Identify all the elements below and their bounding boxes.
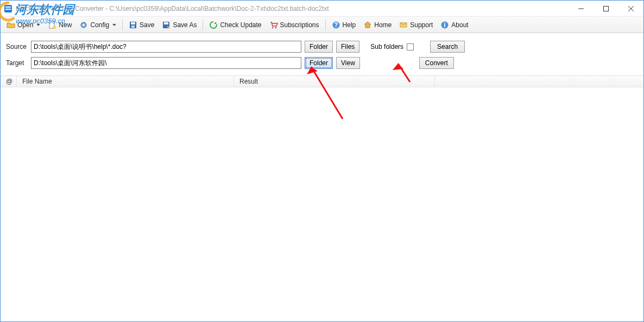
dropdown-icon — [36, 24, 40, 26]
home-icon — [363, 21, 372, 29]
info-icon: i — [440, 21, 449, 29]
toolbar-separator — [122, 20, 123, 30]
svg-point-16 — [272, 27, 273, 28]
target-view-button[interactable]: View — [336, 57, 360, 69]
maximize-button[interactable] — [594, 1, 618, 16]
source-folder-button[interactable]: Folder — [305, 41, 333, 53]
files-btn-label: Files — [341, 43, 355, 50]
check-update-button[interactable]: Check Update — [205, 19, 265, 31]
close-button[interactable] — [618, 1, 643, 16]
column-blank — [435, 76, 643, 87]
toolbar: Open New Config Save Save As Check Updat… — [1, 17, 643, 33]
help-button[interactable]: ? Help — [328, 19, 360, 31]
home-button[interactable]: Home — [359, 19, 395, 31]
view-btn-label: View — [341, 59, 355, 67]
svg-text:i: i — [444, 21, 446, 29]
subscriptions-label: Subscriptions — [280, 21, 319, 29]
support-button[interactable]: Support — [395, 19, 437, 31]
list-body[interactable] — [1, 87, 643, 321]
save-as-button[interactable]: Save As — [158, 19, 200, 31]
home-label: Home — [374, 21, 392, 29]
about-button[interactable]: i About — [437, 19, 472, 31]
convert-button[interactable]: Convert — [419, 57, 454, 69]
target-folder-button[interactable]: Folder — [305, 57, 333, 69]
config-label: Config — [90, 21, 109, 29]
dropdown-icon — [112, 24, 116, 26]
open-label: Open — [17, 21, 33, 29]
new-file-icon — [48, 21, 56, 29]
source-row: Source Folder Files Sub folders Search — [1, 37, 643, 54]
target-row: Target Folder View Convert — [1, 54, 643, 72]
config-button[interactable]: Config — [75, 19, 120, 31]
folder-btn-label: Folder — [310, 59, 328, 67]
check-update-label: Check Update — [220, 21, 261, 29]
source-label: Source — [6, 43, 28, 50]
window-title: Batch DOC TO TXT Converter - C:\Users\pc… — [16, 5, 329, 12]
mail-icon — [399, 21, 408, 29]
column-result[interactable]: Result — [234, 76, 435, 87]
source-files-button[interactable]: Files — [336, 41, 359, 53]
about-label: About — [451, 21, 468, 29]
minimize-button[interactable] — [569, 1, 594, 16]
svg-rect-12 — [131, 22, 135, 24]
support-label: Support — [410, 21, 433, 29]
save-icon — [129, 21, 137, 29]
subscriptions-button[interactable]: Subscriptions — [266, 19, 323, 31]
target-input[interactable] — [31, 57, 301, 69]
save-as-icon — [162, 21, 171, 29]
open-button[interactable]: Open — [3, 19, 44, 31]
toolbar-separator — [203, 20, 203, 30]
svg-rect-1 — [5, 7, 11, 8]
source-input[interactable] — [31, 41, 301, 53]
help-icon: ? — [332, 21, 340, 29]
search-btn-label: Search — [437, 43, 458, 50]
save-as-label: Save As — [173, 21, 197, 29]
new-label: New — [59, 21, 72, 29]
svg-point-8 — [53, 26, 56, 29]
cart-icon — [269, 21, 278, 29]
column-at[interactable]: @ — [1, 76, 17, 87]
svg-rect-2 — [5, 9, 11, 10]
svg-rect-13 — [131, 26, 135, 28]
svg-point-17 — [275, 27, 276, 28]
svg-rect-4 — [604, 6, 609, 11]
target-label: Target — [6, 59, 28, 67]
folder-btn-label: Folder — [310, 43, 328, 50]
app-icon — [4, 4, 12, 13]
gear-icon — [79, 21, 88, 29]
sub-folders-label: Sub folders — [370, 43, 403, 50]
toolbar-separator — [325, 20, 326, 30]
sub-folders-checkbox[interactable] — [407, 43, 414, 50]
list-header: @ File Name Result — [1, 75, 643, 87]
save-button[interactable]: Save — [125, 19, 158, 31]
refresh-icon — [209, 21, 218, 29]
save-label: Save — [140, 21, 154, 29]
svg-text:?: ? — [334, 21, 338, 29]
help-label: Help — [343, 21, 356, 29]
svg-rect-15 — [164, 22, 168, 24]
convert-btn-label: Convert — [425, 59, 448, 67]
search-button[interactable]: Search — [430, 41, 465, 53]
column-filename[interactable]: File Name — [17, 76, 234, 87]
new-button[interactable]: New — [44, 19, 75, 31]
title-bar: Batch DOC TO TXT Converter - C:\Users\pc… — [1, 1, 643, 17]
svg-point-10 — [83, 24, 85, 26]
folder-open-icon — [7, 21, 15, 29]
